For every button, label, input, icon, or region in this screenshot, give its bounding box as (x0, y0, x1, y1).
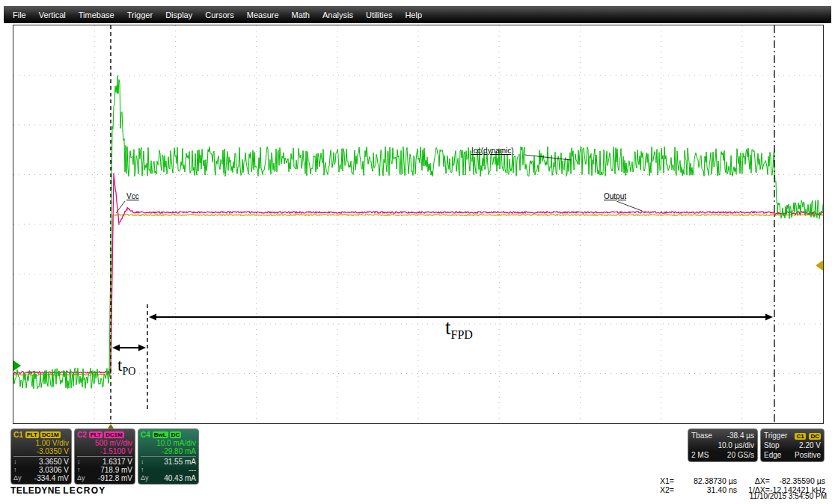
menu-item-trigger[interactable]: Trigger (121, 8, 159, 22)
trigger-box[interactable]: Trigger C1 DC Stop 2.20 V Edge Positive (760, 428, 825, 462)
menu-item-analysis[interactable]: Analysis (316, 8, 359, 22)
channel-cursor-row: ↓31.55 mA (141, 458, 196, 466)
channel-offset: -3.0350 V (13, 447, 69, 455)
waveform-plot[interactable]: Vcc Output Icc(dynamic) tFPD tPO (13, 25, 824, 424)
trigger-coupling-badge: DC (809, 433, 821, 440)
trace-c4-icc (13, 76, 823, 389)
output-label: Output (604, 192, 626, 200)
timebase-box[interactable]: Tbase -38.4 µs 10.0 µs/div 2 MS 20 GS/s (688, 428, 758, 462)
tfpd-label: tFPD (445, 316, 473, 341)
channel-scale: 500 mV/div (77, 439, 132, 447)
menu-item-cursors[interactable]: Cursors (199, 8, 240, 22)
tpo-label: tPO (117, 356, 135, 377)
channel-badge: DC1M (40, 431, 61, 438)
menu-item-help[interactable]: Help (399, 8, 428, 22)
arrowhead-right (138, 345, 146, 351)
tbase-title: Tbase (691, 431, 712, 440)
menu-item-measure[interactable]: Measure (241, 8, 285, 22)
trace-c2-output (13, 173, 823, 374)
menu-item-math[interactable]: Math (286, 8, 316, 22)
menu-item-vertical[interactable]: Vertical (33, 8, 72, 22)
vcc-label: Vcc (126, 192, 139, 200)
trigger-level: 2.20 V (799, 440, 821, 450)
menu-item-timebase[interactable]: Timebase (73, 8, 120, 22)
timestamp: 11/10/2015 3:54:50 PM (750, 492, 827, 500)
dx-label: ΔX= (737, 476, 770, 485)
arrowhead-left (149, 314, 156, 321)
channel-name: C2 (77, 431, 87, 439)
dx-value: -82.35590 µs (770, 476, 825, 485)
trigger-type: Edge (764, 450, 781, 460)
tbase-delay: -38.4 µs (727, 431, 754, 440)
channel-badge: DC (170, 431, 182, 438)
channel-name: C1 (13, 431, 23, 439)
brand-primary: TELEDYNE (10, 485, 61, 496)
x1-value: 82.38730 µs (674, 476, 737, 485)
trace-c1-vcc (13, 215, 823, 375)
channel-box-c2[interactable]: C2FLTDC1M500 mV/div-1.5100 V↓1.6317 V↑71… (74, 428, 135, 485)
teledyne-lecroy-logo: TELEDYNELECROY (10, 485, 105, 496)
channel-badge: DC1M (104, 431, 124, 438)
channel-cursor-row: ↑718.9 mV (77, 466, 132, 474)
channel-cursor-row: ↓3.3650 V (13, 458, 69, 466)
brand-secondary: LECROY (63, 485, 105, 496)
traces (13, 76, 823, 389)
icc-label: Icc(dynamic) (471, 147, 514, 155)
trigger-mode: Stop (764, 440, 780, 450)
channel-scale: 10.0 mA/div (141, 439, 196, 447)
menu-item-utilities[interactable]: Utilities (360, 8, 398, 22)
trigger-title: Trigger (764, 431, 787, 440)
x1-label: X1= (650, 476, 674, 485)
channel-box-c1[interactable]: C1FLTDC1M1.00 V/div-3.0350 V↓3.3650 V↑3.… (10, 428, 72, 485)
output-leader-line (617, 201, 642, 211)
x2-value: 31.40 ns (674, 485, 737, 494)
trigger-slope: Positive (795, 450, 821, 460)
menu-bar: FileVerticalTimebaseTriggerDisplayCursor… (4, 6, 831, 23)
channel-name: C4 (141, 431, 150, 439)
channel-cursor-row: Δy40.43 mA (141, 474, 196, 482)
measurement-arrows (112, 314, 773, 351)
channel-cursor-row: ↑--- (141, 466, 196, 474)
channel-scale: 1.00 V/div (13, 439, 69, 447)
channel-badge: BwL (153, 431, 168, 438)
channel-badge: FLT (25, 431, 39, 438)
channel-cursor-row: ↑3.0306 V (13, 466, 69, 474)
tbase-per-div: 10.0 µs/div (718, 440, 754, 450)
channel-offset: -29.80 mA (141, 447, 196, 455)
menu-item-display[interactable]: Display (159, 8, 198, 22)
channel-badge: FLT (89, 431, 103, 438)
channel-offset: -1.5100 V (77, 447, 132, 455)
plot-labels: Vcc Output Icc(dynamic) tFPD tPO (116, 147, 642, 377)
channel-cursor-row: Δy-912.8 mV (77, 474, 132, 482)
arrowhead-left (112, 345, 120, 351)
channel-box-c4[interactable]: C4BwLDC10.0 mA/div-29.80 mA↓31.55 mA↑---… (138, 428, 199, 485)
trigger-source-badge: C1 (795, 433, 805, 440)
channel-cursor-row: Δy-334.4 mV (13, 474, 69, 482)
waveform-display: Vcc Output Icc(dynamic) tFPD tPO (13, 25, 823, 423)
menu-item-file[interactable]: File (7, 8, 32, 22)
tbase-rate: 20 GS/s (727, 450, 754, 460)
x2-label: X2= (650, 485, 674, 494)
tbase-record: 2 MS (691, 450, 709, 460)
channel-cursor-row: ↓1.6317 V (77, 458, 132, 466)
graticule (13, 25, 823, 423)
c1-trigger-level-marker[interactable] (816, 260, 823, 271)
cursor-lines (111, 25, 774, 423)
arrowhead-right (765, 314, 773, 321)
